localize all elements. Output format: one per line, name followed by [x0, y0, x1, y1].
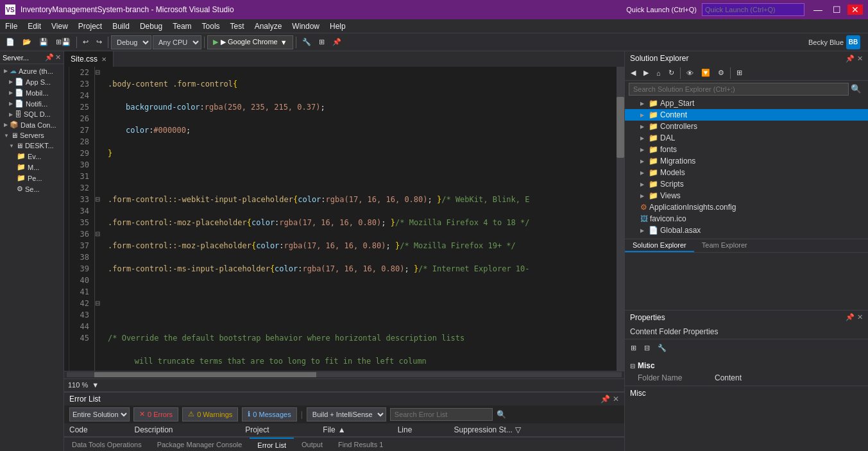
left-panel-pin-icon[interactable]: 📌	[45, 53, 54, 62]
se-collapse-btn[interactable]: ⊞	[733, 66, 745, 80]
quick-launch-input[interactable]	[702, 3, 804, 16]
h-scroll-track[interactable]	[67, 372, 622, 377]
code-content[interactable]: .body-content .form-control{ background-…	[105, 67, 617, 371]
se-search-input[interactable]	[629, 83, 849, 96]
se-item-scripts[interactable]: ▶ 📁 Scripts	[625, 178, 868, 190]
scope-filter-dropdown[interactable]: Entire Solution	[69, 407, 130, 421]
tree-item-desktop[interactable]: ▼ 🖥 DESKT...	[1, 140, 62, 151]
tree-item-data[interactable]: ▶ 📦 Data Con...	[1, 119, 62, 130]
vertical-scrollbar[interactable]	[617, 67, 624, 371]
se-tab-solution-explorer[interactable]: Solution Explorer	[625, 239, 694, 252]
se-item-fonts[interactable]: ▶ 📁 fonts	[625, 144, 868, 155]
se-item-migrations[interactable]: ▶ 📁 Migrations	[625, 155, 868, 167]
menu-test[interactable]: Test	[225, 19, 250, 33]
menu-edit[interactable]: Edit	[22, 19, 46, 33]
start-btn[interactable]: ▶ ▶ Google Chrome ▼	[207, 35, 293, 49]
maximize-btn[interactable]: ☐	[829, 4, 845, 15]
se-back-btn[interactable]: ◀	[627, 66, 639, 80]
tab-package-manager[interactable]: Package Manager Console	[149, 438, 250, 451]
tree-item-azure[interactable]: ▶ ☁ Azure (th...	[1, 65, 62, 76]
left-panel-close-icon[interactable]: ✕	[55, 53, 61, 62]
error-panel-close-icon[interactable]: ✕	[613, 395, 619, 404]
prop-categorized-btn[interactable]: ⊞	[627, 341, 640, 355]
tree-item-sql[interactable]: ▶ 🗄 SQL D...	[1, 109, 62, 119]
se-item-appinsights[interactable]: ⚙ ApplicationInsights.config	[625, 201, 868, 213]
error-search-input[interactable]	[390, 408, 493, 421]
tree-item-ev[interactable]: 📁 Ev...	[1, 151, 62, 162]
open-btn[interactable]: 📂	[19, 35, 35, 49]
messages-filter-btn[interactable]: ℹ 0 Messages	[242, 407, 296, 421]
new-project-btn[interactable]: 📄	[3, 35, 18, 49]
se-settings-btn[interactable]: ⚙	[715, 66, 728, 80]
h-scroll-thumb[interactable]	[94, 372, 316, 377]
tree-item-m[interactable]: 📁 M...	[1, 162, 62, 173]
fold-btn-33[interactable]: ⊟	[95, 194, 105, 205]
prop-pin-icon[interactable]: 📌	[846, 313, 855, 322]
menu-team[interactable]: Team	[167, 19, 196, 33]
misc-section-header[interactable]: ⊟ Misc	[627, 359, 865, 373]
menu-project[interactable]: Project	[73, 19, 107, 33]
code-editor[interactable]: 2223242526 2728293031 3233343536 3738394…	[64, 67, 624, 371]
tree-item-notif[interactable]: ▶ 📄 Notifi...	[1, 98, 62, 109]
prop-close-icon[interactable]: ✕	[857, 313, 863, 322]
toolbar-btn-extra2[interactable]: ⊞	[316, 35, 328, 49]
prop-alpha-btn[interactable]: ⊟	[641, 341, 653, 355]
se-item-models[interactable]: ▶ 📁 Models	[625, 167, 868, 178]
se-item-appstart[interactable]: ▶ 📁 App_Start	[625, 98, 868, 109]
se-home-btn[interactable]: ⌂	[653, 66, 664, 80]
se-forward-btn[interactable]: ▶	[640, 66, 652, 80]
warnings-filter-btn[interactable]: ⚠ 0 Warnings	[182, 407, 238, 421]
prop-properties-btn[interactable]: 🔧	[654, 341, 670, 355]
menu-build[interactable]: Build	[107, 19, 135, 33]
platform-dropdown[interactable]: Any CPU	[153, 35, 201, 49]
tab-error-list[interactable]: Error List	[250, 438, 294, 451]
se-show-all-btn[interactable]: 👁	[683, 66, 697, 80]
menu-help[interactable]: Help	[325, 19, 351, 33]
h-scroll-bar[interactable]	[64, 371, 624, 379]
errors-filter-btn[interactable]: ✕ 0 Errors	[133, 407, 178, 421]
menu-analyze[interactable]: Analyze	[250, 19, 287, 33]
build-filter-dropdown[interactable]: Build + IntelliSense	[307, 407, 386, 421]
debug-config-dropdown[interactable]: Debug	[111, 35, 151, 49]
fold-btn-43[interactable]: ⊟	[95, 298, 105, 309]
close-btn[interactable]: ✕	[847, 4, 863, 15]
filter-icon[interactable]: ▽	[515, 425, 521, 434]
se-filter-btn[interactable]: 🔽	[698, 66, 713, 80]
se-item-global[interactable]: ▶ 📄 Global.asax	[625, 225, 868, 236]
se-close-icon[interactable]: ✕	[857, 55, 863, 63]
save-all-btn[interactable]: ⊞💾	[53, 35, 74, 49]
tab-find-results[interactable]: Find Results 1	[330, 438, 391, 451]
se-item-content[interactable]: ▶ 📁 Content	[625, 109, 868, 121]
error-panel-pin-icon[interactable]: 📌	[600, 395, 610, 404]
se-refresh-btn[interactable]: ↻	[665, 66, 677, 80]
menu-window[interactable]: Window	[287, 19, 325, 33]
se-pin-icon[interactable]: 📌	[846, 55, 855, 63]
toolbar-btn-extra1[interactable]: 🔧	[299, 35, 314, 49]
redo-btn[interactable]: ↪	[93, 35, 105, 49]
tab-site-css[interactable]: Site.css ✕	[64, 51, 114, 67]
minimize-btn[interactable]: —	[810, 4, 826, 15]
tab-data-tools[interactable]: Data Tools Operations	[64, 438, 149, 451]
tab-output[interactable]: Output	[294, 438, 330, 451]
se-item-controllers[interactable]: ▶ 📁 Controllers	[625, 121, 868, 132]
fold-btn-36[interactable]: ⊟	[95, 228, 105, 240]
se-item-favicon[interactable]: 🖼 favicon.ico	[625, 213, 868, 225]
tree-item-se[interactable]: ⚙ Se...	[1, 183, 62, 194]
tree-item-servers[interactable]: ▼ 🖥 Servers	[1, 130, 62, 140]
menu-file[interactable]: File	[0, 19, 22, 33]
tree-item-pe[interactable]: 📁 Pe...	[1, 173, 62, 183]
menu-debug[interactable]: Debug	[135, 19, 167, 33]
toolbar-btn-extra3[interactable]: 📌	[329, 35, 345, 49]
tree-item-apps[interactable]: ▶ 📄 App S...	[1, 76, 62, 87]
menu-view[interactable]: View	[46, 19, 73, 33]
tree-item-mobile[interactable]: ▶ 📄 Mobil...	[1, 87, 62, 98]
fold-btn-22[interactable]: ⊟	[95, 67, 105, 78]
se-search-btn[interactable]: 🔍	[851, 84, 862, 94]
se-tab-team-explorer[interactable]: Team Explorer	[694, 239, 755, 252]
zoom-arrow-icon[interactable]: ▼	[92, 381, 99, 389]
undo-btn[interactable]: ↩	[80, 35, 92, 49]
vertical-scroll-thumb[interactable]	[617, 97, 624, 158]
se-item-views[interactable]: ▶ 📁 Views	[625, 190, 868, 201]
menu-tools[interactable]: Tools	[197, 19, 225, 33]
tab-close-btn[interactable]: ✕	[101, 56, 106, 63]
